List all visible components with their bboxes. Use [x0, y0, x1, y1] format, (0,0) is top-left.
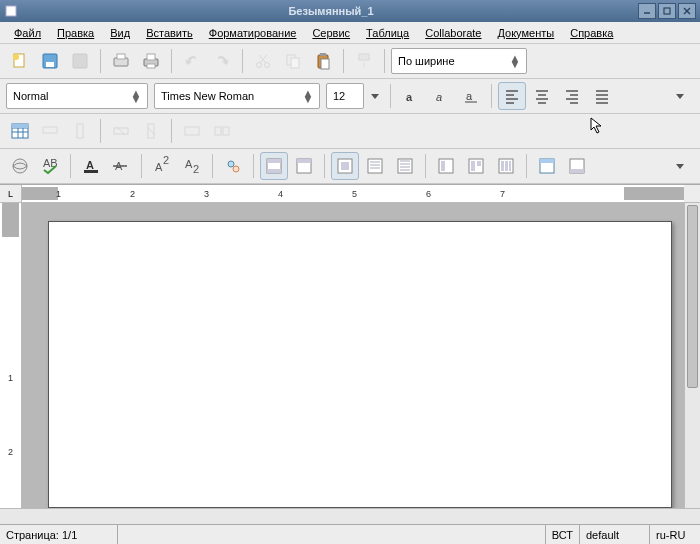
columns-3-button[interactable] — [492, 152, 520, 180]
svg-rect-25 — [363, 60, 365, 68]
status-view[interactable]: default — [580, 525, 650, 544]
columns-2-button[interactable] — [462, 152, 490, 180]
horizontal-scrollbar[interactable] — [22, 509, 684, 524]
status-empty — [118, 525, 546, 544]
align-left-button[interactable] — [498, 82, 526, 110]
svg-point-72 — [233, 166, 239, 172]
menu-file[interactable]: Файл — [6, 25, 49, 41]
zoom-value: По ширине — [398, 55, 508, 67]
columns-1-button[interactable] — [432, 152, 460, 180]
bold-button[interactable]: a — [397, 82, 425, 110]
svg-rect-9 — [73, 54, 87, 68]
style-value: Normal — [13, 90, 129, 102]
toolbar-more-icon[interactable] — [666, 82, 694, 110]
cut-button — [249, 47, 277, 75]
svg-rect-95 — [501, 161, 504, 171]
align-right-button[interactable] — [558, 82, 586, 110]
minimize-button[interactable] — [638, 3, 656, 19]
save-button[interactable] — [36, 47, 64, 75]
align-center-button[interactable] — [528, 82, 556, 110]
vertical-ruler[interactable]: 1 2 — [0, 203, 22, 508]
redo-button — [208, 47, 236, 75]
menu-insert[interactable]: Вставить — [138, 25, 201, 41]
toolbar-format: Normal ▲▼ Times New Roman ▲▼ 12 a a a — [0, 79, 700, 114]
insert-table-button[interactable] — [6, 117, 34, 145]
print-button[interactable] — [137, 47, 165, 75]
status-lang[interactable]: ru-RU — [650, 525, 700, 544]
delete-row-button — [107, 117, 135, 145]
app-icon — [4, 4, 18, 18]
toolbar-table — [0, 114, 700, 149]
footer-button[interactable] — [563, 152, 591, 180]
menu-view[interactable]: Вид — [102, 25, 138, 41]
svg-rect-92 — [471, 161, 475, 171]
header-button[interactable] — [533, 152, 561, 180]
svg-rect-23 — [321, 59, 329, 69]
window-title: Безымянный_1 — [24, 5, 638, 17]
svg-rect-8 — [46, 62, 54, 67]
svg-rect-77 — [297, 159, 311, 163]
svg-point-61 — [13, 159, 27, 173]
wrap-page-button[interactable] — [260, 152, 288, 180]
menubar: Файл Правка Вид Вставить Форматирование … — [0, 22, 700, 44]
insert-symbol-button[interactable] — [219, 152, 247, 180]
svg-rect-93 — [477, 161, 481, 166]
svg-text:A: A — [185, 158, 193, 170]
size-combo[interactable]: 12 — [326, 83, 364, 109]
wrap-1-button[interactable] — [331, 152, 359, 180]
size-dropdown[interactable] — [366, 82, 384, 110]
svg-point-15 — [257, 63, 262, 68]
svg-text:a: a — [466, 90, 473, 102]
align-justify-button[interactable] — [588, 82, 616, 110]
page[interactable] — [48, 221, 672, 508]
wrap-2-button[interactable] — [361, 152, 389, 180]
svg-rect-90 — [441, 161, 445, 171]
superscript-button[interactable]: A2 — [148, 152, 176, 180]
menu-help[interactable]: Справка — [562, 25, 621, 41]
document-workspace[interactable] — [22, 203, 684, 508]
spellcheck-button[interactable]: AB — [36, 152, 64, 180]
svg-rect-14 — [147, 64, 155, 68]
status-insert[interactable]: ВСТ — [546, 525, 580, 544]
horizontal-ruler[interactable]: 1 2 3 4 5 6 7 — [22, 185, 684, 203]
svg-text:2: 2 — [163, 156, 169, 166]
subscript-button[interactable]: A2 — [178, 152, 206, 180]
style-combo[interactable]: Normal ▲▼ — [6, 83, 148, 109]
wrap-none-button[interactable] — [290, 152, 318, 180]
toolbar-more-icon[interactable] — [666, 152, 694, 180]
statusbar: Страница: 1/1 ВСТ default ru-RU — [0, 524, 700, 544]
menu-tools[interactable]: Сервис — [304, 25, 358, 41]
svg-rect-53 — [77, 124, 83, 138]
italic-button[interactable]: a — [427, 82, 455, 110]
svg-rect-22 — [320, 53, 326, 56]
font-combo[interactable]: Times New Roman ▲▼ — [154, 83, 320, 109]
view-web-button[interactable] — [6, 152, 34, 180]
menu-edit[interactable]: Правка — [49, 25, 102, 41]
svg-rect-80 — [368, 159, 382, 173]
menu-format[interactable]: Форматирование — [201, 25, 305, 41]
strikethrough-button[interactable]: A — [107, 152, 135, 180]
menu-table[interactable]: Таблица — [358, 25, 417, 41]
maximize-button[interactable] — [658, 3, 676, 19]
underline-button[interactable]: a — [457, 82, 485, 110]
highlight-button[interactable]: A — [77, 152, 105, 180]
menu-collaborate[interactable]: Collaborate — [417, 25, 489, 41]
vertical-scrollbar[interactable] — [684, 203, 700, 508]
new-button[interactable] — [6, 47, 34, 75]
svg-rect-52 — [43, 127, 57, 133]
svg-rect-51 — [12, 124, 28, 128]
copy-button — [279, 47, 307, 75]
close-button[interactable] — [678, 3, 696, 19]
svg-rect-60 — [223, 127, 229, 135]
svg-rect-11 — [117, 54, 125, 59]
zoom-combo[interactable]: По ширине ▲▼ — [391, 48, 527, 74]
format-paint-button — [350, 47, 378, 75]
print-preview-button[interactable] — [107, 47, 135, 75]
paste-button[interactable] — [309, 47, 337, 75]
svg-line-18 — [259, 55, 266, 63]
undo-button — [178, 47, 206, 75]
svg-line-17 — [260, 55, 267, 63]
menu-documents[interactable]: Документы — [489, 25, 562, 41]
svg-rect-64 — [84, 170, 98, 173]
wrap-3-button[interactable] — [391, 152, 419, 180]
